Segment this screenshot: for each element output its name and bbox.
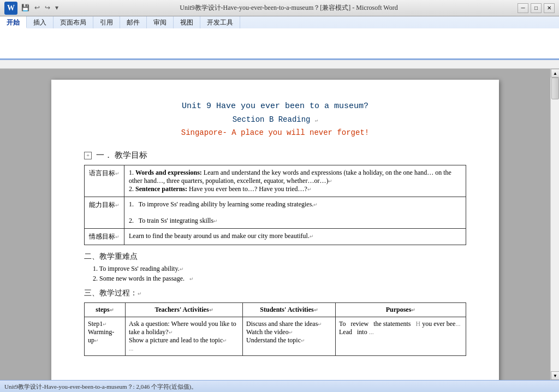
ribbon-content [0,28,559,59]
obj-row3-content: Learn to find the beauty around us and m… [124,229,466,245]
col-student-activities: Students' Activities↵ [243,303,336,317]
section2-item2: 2. Some new words in the passage. ↵ [93,275,466,283]
tab-view[interactable]: 视图 [174,16,200,28]
section2-heading: 二、教学重难点 [84,252,466,262]
process-student-cell: Discuss and share the ideas↵ Watch the v… [243,317,336,356]
obj-row1-content: 1. Words and expressions: Learn and unde… [124,165,466,197]
process-purpose-cell: To review the statements H you ever bee.… [336,317,466,356]
document-tagline: Singapore- A place you will never forget… [84,128,466,137]
obj-row3-label: 情感目标↵ [85,229,124,245]
col-teacher-activities: Teachers' Activities↵ [126,303,243,317]
tab-references[interactable]: 引用 [93,16,120,28]
ruler [0,60,559,69]
window-controls: ─ □ ✕ [518,3,555,13]
process-table: steps↵ Teachers' Activities↵ Students' A… [84,302,466,356]
undo-quick-btn[interactable]: ↩ [33,3,41,13]
ribbon: 开始 插入 页面布局 引用 邮件 审阅 视图 开发工具 [0,16,559,60]
title-bar-left: W 💾 ↩ ↪ ▾ [4,2,60,15]
save-quick-btn[interactable]: 💾 [20,3,31,13]
col-steps: steps↵ [85,303,126,317]
redo-quick-btn[interactable]: ↪ [43,3,52,13]
scroll-down-button[interactable]: ▼ [551,371,559,380]
tab-start[interactable]: 开始 [0,16,27,28]
status-bar: Unit9教学设计-Have-you-ever-been-to-a-museum… [0,380,559,392]
process-teacher-cell: Ask a question: Where would you like to … [126,317,243,356]
objectives-table: 语言目标↵ 1. Words and expressions: Learn an… [84,165,466,245]
close-button[interactable]: ✕ [544,3,555,13]
scroll-thumb[interactable] [551,78,559,99]
maximize-button[interactable]: □ [531,3,542,13]
minimize-button[interactable]: ─ [518,3,528,13]
table-row: 能力目标↵ 1. To improve Ss' reading ability … [85,197,466,229]
tab-page-layout[interactable]: 页面布局 [53,16,93,28]
obj-row1-label: 语言目标↵ [85,165,124,197]
document-page: Unit 9 Have you ever been to a museum? S… [51,80,499,380]
section2-item1: 1. To improve Ss' reading ability.↵ [93,265,466,273]
scroll-track [551,78,559,371]
window-title: Unit9教学设计-Have-you-ever-been-to-a-museum… [60,3,518,13]
title-bar: W 💾 ↩ ↪ ▾ Unit9教学设计-Have-you-ever-been-t… [0,0,559,16]
document-subtitle: Section B Reading ↵ [84,115,466,124]
table-row: Step1↵Warming-up↵ Ask a question: Where … [85,317,466,356]
table-row: 语言目标↵ 1. Words and expressions: Learn an… [85,165,466,197]
return-mark-subtitle: ↵ [315,118,318,123]
customize-quick-btn[interactable]: ▾ [53,3,60,13]
obj-row2-label: 能力目标↵ [85,197,124,229]
status-text: Unit9教学设计-Have-you-ever-been-to-a-museum… [4,383,197,391]
section1-expand-icon[interactable]: + [84,152,92,159]
section3-heading: 三、教学过程：↵ [84,288,466,298]
table-row: 情感目标↵ Learn to find the beauty around us… [85,229,466,245]
process-step-cell: Step1↵Warming-up↵ [85,317,126,356]
vertical-scrollbar[interactable]: ▲ ▼ [550,69,559,380]
tab-review[interactable]: 审阅 [147,16,174,28]
main-area: Unit 9 Have you ever been to a museum? S… [0,69,559,380]
section1-heading: + 一． 教学目标 [84,150,466,161]
section1-heading-text: 一． 教学目标 [96,150,147,161]
ribbon-tab-row: 开始 插入 页面布局 引用 邮件 审阅 视图 开发工具 [0,16,559,28]
document-area: Unit 9 Have you ever been to a museum? S… [0,69,550,380]
tab-mail[interactable]: 邮件 [120,16,147,28]
obj-row2-content: 1. To improve Ss' reading ability by lea… [124,197,466,229]
quick-access-toolbar: 💾 ↩ ↪ ▾ [20,3,60,13]
tab-developer[interactable]: 开发工具 [200,16,240,28]
scroll-up-button[interactable]: ▲ [551,69,559,78]
document-title: Unit 9 Have you ever been to a museum? [84,102,466,111]
tab-insert[interactable]: 插入 [27,16,53,28]
word-app-icon: W [4,2,17,15]
process-table-header-row: steps↵ Teachers' Activities↵ Students' A… [85,303,466,317]
col-purposes: Purposes↵ [336,303,466,317]
